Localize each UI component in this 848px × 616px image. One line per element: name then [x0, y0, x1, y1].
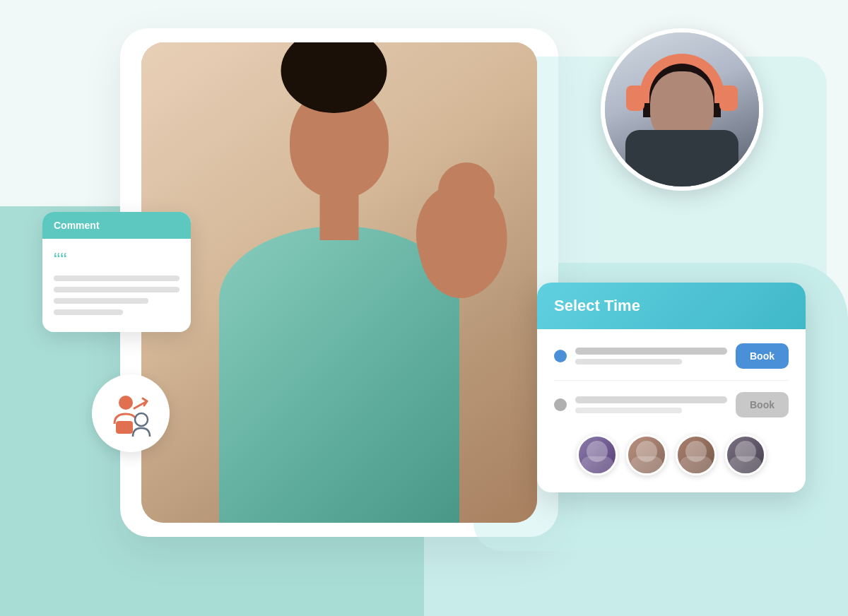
- svg-rect-1: [116, 421, 133, 434]
- avatar-face-2: [628, 437, 665, 473]
- avatar-4: [725, 434, 766, 475]
- comment-card-body: ““: [42, 239, 191, 332]
- circle-photo-inner: [605, 32, 759, 186]
- avatar-badge: [92, 374, 170, 452]
- headphone-left-pad: [626, 85, 644, 111]
- svg-point-2: [135, 413, 148, 426]
- av-body-2: [630, 456, 663, 473]
- select-time-card: Select Time Book Book: [537, 283, 806, 492]
- book-button-2[interactable]: Book: [736, 392, 789, 417]
- select-time-header: Select Time: [537, 283, 806, 329]
- avatar-1: [577, 434, 618, 475]
- time-slot-2: Book: [554, 392, 789, 417]
- time-dot-active: [554, 350, 567, 362]
- avatar-face-4: [727, 437, 764, 473]
- main-photo: [141, 42, 537, 523]
- time-dot-inactive: [554, 398, 567, 411]
- headphone-right-pad: [719, 85, 738, 111]
- time-line-top-1: [575, 348, 727, 355]
- avatar-face-1: [579, 437, 616, 473]
- comment-line-2: [54, 287, 179, 292]
- av-body-1: [581, 456, 613, 473]
- time-line-bottom-2: [575, 408, 682, 413]
- headphone-body: [625, 130, 738, 186]
- comment-line-3: [54, 298, 148, 304]
- comment-label: Comment: [54, 220, 100, 231]
- av-body-3: [680, 456, 712, 473]
- svg-point-0: [119, 396, 133, 410]
- av-body-4: [729, 456, 762, 473]
- book-button-1[interactable]: Book: [736, 343, 789, 369]
- time-slot-1: Book: [554, 343, 789, 369]
- comment-line-1: [54, 276, 179, 281]
- circle-photo: [601, 28, 763, 191]
- time-line-top-2: [575, 396, 727, 403]
- time-info-1: [575, 348, 727, 365]
- avatar-2: [626, 434, 667, 475]
- comment-line-4: [54, 309, 123, 315]
- avatars-row: [554, 429, 789, 478]
- jacket-shape: [219, 226, 459, 523]
- scene: Comment ““ Select Time: [0, 0, 848, 616]
- time-divider: [554, 380, 789, 381]
- comment-card-header: Comment: [42, 212, 191, 239]
- quote-icon: ““: [54, 250, 179, 270]
- avatar-3: [676, 434, 717, 475]
- time-line-bottom-1: [575, 359, 682, 365]
- avatar-face-3: [678, 437, 714, 473]
- select-time-title: Select Time: [554, 297, 640, 314]
- time-info-2: [575, 396, 727, 413]
- comment-card: Comment ““: [42, 212, 191, 332]
- mentor-icon: [106, 389, 155, 438]
- select-time-body: Book Book: [537, 329, 806, 492]
